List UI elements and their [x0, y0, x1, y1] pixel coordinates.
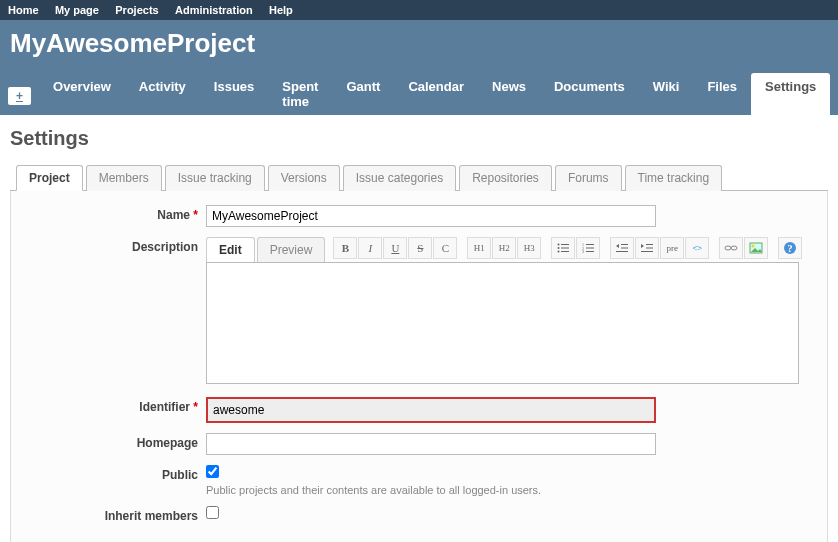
public-checkbox[interactable] [206, 465, 219, 478]
bold-button[interactable]: B [333, 237, 357, 259]
svg-point-19 [731, 246, 737, 250]
homepage-label: Homepage [31, 433, 206, 450]
tab-calendar[interactable]: Calendar [394, 73, 478, 115]
inherit-checkbox[interactable] [206, 506, 219, 519]
project-form: Name * Description Edit Preview B I U S … [10, 191, 828, 542]
homepage-input[interactable] [206, 433, 656, 455]
image-button[interactable] [744, 237, 768, 259]
image-icon [749, 242, 763, 254]
tab-wiki[interactable]: Wiki [639, 73, 694, 115]
content: Settings Project Members Issue tracking … [0, 115, 838, 542]
svg-rect-16 [646, 248, 653, 249]
subtab-forums[interactable]: Forums [555, 165, 622, 191]
subtab-repositories[interactable]: Repositories [459, 165, 552, 191]
tab-news[interactable]: News [478, 73, 540, 115]
svg-rect-1 [561, 244, 569, 245]
ul-button[interactable] [551, 237, 575, 259]
page-title: Settings [10, 127, 828, 150]
editor-toolbar: B I U S C H1 H2 H3 123 [333, 237, 802, 262]
header: MyAwesomeProject [0, 20, 838, 73]
link-button[interactable] [719, 237, 743, 259]
h3-button[interactable]: H3 [517, 237, 541, 259]
svg-rect-7 [586, 244, 594, 245]
editor-tab-edit[interactable]: Edit [206, 237, 255, 262]
description-textarea[interactable] [206, 262, 799, 384]
public-hint: Public projects and their contents are a… [206, 484, 807, 496]
svg-rect-3 [561, 248, 569, 249]
strike-button[interactable]: S [408, 237, 432, 259]
identifier-input[interactable] [206, 397, 656, 423]
svg-text:3: 3 [582, 249, 584, 253]
outdent-icon [616, 243, 628, 253]
new-object-button[interactable]: + [8, 87, 31, 105]
underline-button[interactable]: U [383, 237, 407, 259]
description-label: Description [31, 237, 206, 254]
inherit-label: Inherit members [31, 506, 206, 523]
public-label: Public [31, 465, 206, 482]
h1-button[interactable]: H1 [467, 237, 491, 259]
svg-point-18 [725, 246, 731, 250]
subtab-issue-tracking[interactable]: Issue tracking [165, 165, 265, 191]
top-menu: Home My page Projects Administration Hel… [0, 0, 838, 20]
link-icon [724, 243, 738, 253]
subtab-issue-categories[interactable]: Issue categories [343, 165, 456, 191]
tab-gantt[interactable]: Gantt [332, 73, 394, 115]
tab-settings[interactable]: Settings [751, 73, 830, 115]
name-input[interactable] [206, 205, 656, 227]
svg-rect-12 [621, 244, 628, 245]
editor-tab-preview[interactable]: Preview [257, 237, 326, 262]
tab-files[interactable]: Files [693, 73, 751, 115]
codeblock-button[interactable]: <> [685, 237, 709, 259]
svg-point-0 [558, 244, 560, 246]
svg-rect-17 [641, 251, 653, 252]
subtab-project[interactable]: Project [16, 165, 83, 191]
svg-point-4 [558, 251, 560, 253]
svg-rect-13 [621, 248, 628, 249]
tab-activity[interactable]: Activity [125, 73, 200, 115]
nav-projects[interactable]: Projects [115, 4, 158, 16]
svg-rect-14 [616, 251, 628, 252]
tab-documents[interactable]: Documents [540, 73, 639, 115]
list-ul-icon [557, 243, 569, 253]
list-ol-icon: 123 [582, 243, 594, 253]
tab-issues[interactable]: Issues [200, 73, 268, 115]
indent-icon [641, 243, 653, 253]
svg-point-2 [558, 247, 560, 249]
svg-rect-9 [586, 248, 594, 249]
nav-home[interactable]: Home [8, 4, 39, 16]
nav-help[interactable]: Help [269, 4, 293, 16]
subtab-versions[interactable]: Versions [268, 165, 340, 191]
settings-subtabs: Project Members Issue tracking Versions … [10, 164, 828, 191]
subtab-members[interactable]: Members [86, 165, 162, 191]
identifier-label: Identifier * [31, 397, 206, 414]
svg-point-21 [752, 245, 755, 248]
help-button[interactable]: ? [778, 237, 802, 259]
svg-rect-15 [646, 244, 653, 245]
tab-overview[interactable]: Overview [39, 73, 125, 115]
ol-button[interactable]: 123 [576, 237, 600, 259]
name-label: Name * [31, 205, 206, 222]
outdent-button[interactable] [610, 237, 634, 259]
tab-spent-time[interactable]: Spent time [268, 73, 332, 115]
nav-admin[interactable]: Administration [175, 4, 253, 16]
project-title: MyAwesomeProject [10, 28, 828, 59]
pre-button[interactable]: pre [660, 237, 684, 259]
indent-button[interactable] [635, 237, 659, 259]
nav-mypage[interactable]: My page [55, 4, 99, 16]
main-menu: + Overview Activity Issues Spent time Ga… [0, 73, 838, 115]
svg-rect-5 [561, 251, 569, 252]
subtab-time-tracking[interactable]: Time tracking [625, 165, 723, 191]
svg-rect-11 [586, 251, 594, 252]
help-icon: ? [783, 241, 797, 255]
h2-button[interactable]: H2 [492, 237, 516, 259]
svg-text:?: ? [788, 243, 793, 254]
italic-button[interactable]: I [358, 237, 382, 259]
code-button[interactable]: C [433, 237, 457, 259]
